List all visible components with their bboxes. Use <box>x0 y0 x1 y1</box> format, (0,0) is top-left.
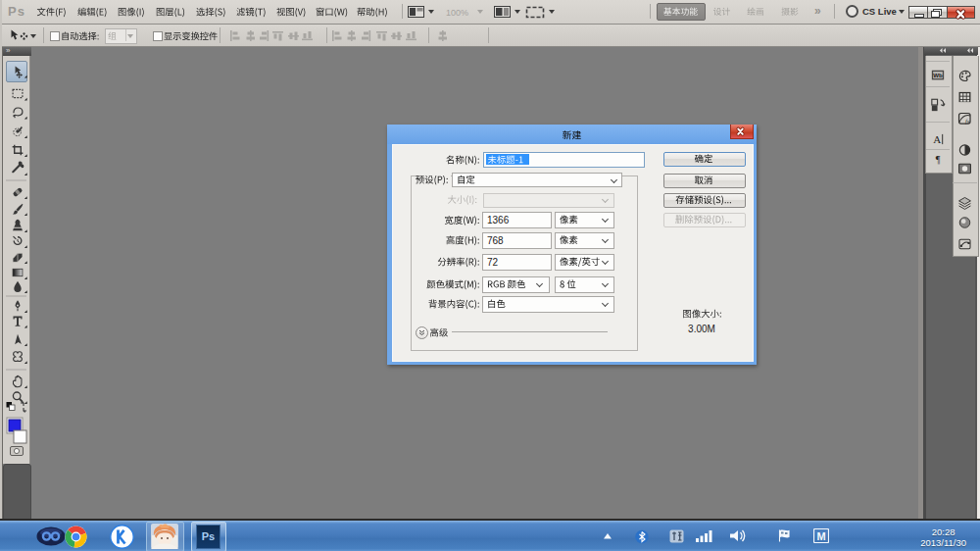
svg-text:M: M <box>816 530 825 542</box>
svg-text:fx: fx <box>965 118 970 125</box>
svg-text:¶: ¶ <box>936 154 941 165</box>
svg-text:Wb: Wb <box>933 72 943 78</box>
svg-text:A: A <box>933 133 941 145</box>
